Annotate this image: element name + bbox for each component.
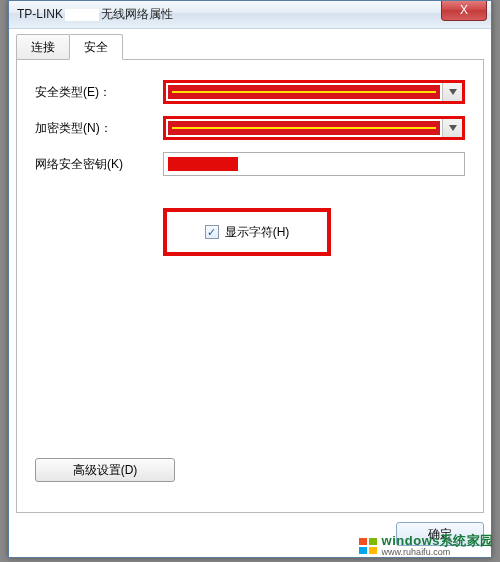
label-show-characters: 显示字符(H) xyxy=(225,224,290,241)
tab-connection[interactable]: 连接 xyxy=(16,34,70,60)
security-type-dropdown[interactable] xyxy=(163,80,465,104)
show-characters-checkbox[interactable]: ✓ xyxy=(205,225,219,239)
label-security-type: 安全类型(E)： xyxy=(35,84,163,101)
dialog-footer: 确定 xyxy=(16,519,484,549)
close-button[interactable]: X xyxy=(441,1,487,21)
titlebar[interactable]: TP-LINK无线网络属性 X xyxy=(9,1,491,29)
advanced-settings-button[interactable]: 高级设置(D) xyxy=(35,458,175,482)
redacted-key xyxy=(168,157,238,171)
tabpanel-security: 安全类型(E)： 加密类型(N)： xyxy=(16,59,484,513)
tab-security[interactable]: 安全 xyxy=(69,34,123,60)
row-encryption-type: 加密类型(N)： xyxy=(35,116,465,140)
row-network-key: 网络安全密钥(K) xyxy=(35,152,465,176)
tabstrip: 连接 安全 xyxy=(16,35,484,59)
client-area: 连接 安全 安全类型(E)： 加密类型(N)： xyxy=(16,35,484,515)
ok-button[interactable]: 确定 xyxy=(396,522,484,546)
redacted-ssid xyxy=(65,9,99,21)
label-encryption-type: 加密类型(N)： xyxy=(35,120,163,137)
network-key-input[interactable] xyxy=(163,152,465,176)
chevron-down-icon xyxy=(442,83,462,101)
row-security-type: 安全类型(E)： xyxy=(35,80,465,104)
chevron-down-icon xyxy=(442,119,462,137)
encryption-type-dropdown[interactable] xyxy=(163,116,465,140)
highlight-show-characters: ✓ 显示字符(H) xyxy=(163,208,331,256)
window-title: TP-LINK无线网络属性 xyxy=(17,6,173,23)
label-network-key: 网络安全密钥(K) xyxy=(35,156,163,173)
dialog-window: TP-LINK无线网络属性 X 连接 安全 安全类型(E)： xyxy=(8,0,492,558)
